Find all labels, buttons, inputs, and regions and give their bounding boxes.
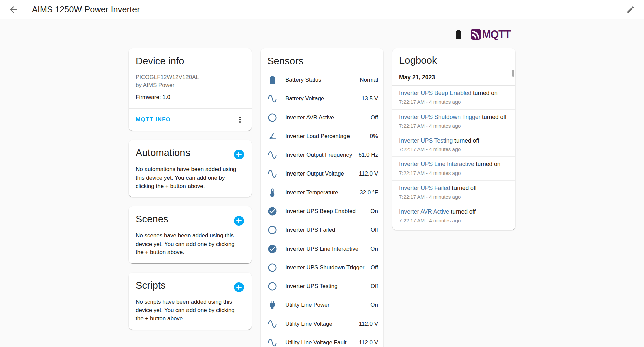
sensor-value: 0% — [370, 133, 378, 140]
logbook-action-text: turned on — [473, 90, 498, 96]
sensor-value: 32.0 °F — [360, 189, 378, 196]
logbook-card: Logbook May 21, 2023 Inverter UPS Beep E… — [392, 48, 515, 230]
logbook-timestamp: 7:22:17 AM - 4 minutes ago — [399, 123, 508, 129]
circle-outline-icon — [267, 263, 277, 273]
scripts-title: Scripts — [136, 280, 166, 291]
pencil-icon — [626, 5, 635, 14]
sensor-row[interactable]: Inverter Load Percentage 0% — [267, 127, 378, 146]
logbook-entry: Inverter UPS Beep Enabled turned on 7:22… — [392, 86, 515, 110]
add-scene-button[interactable] — [233, 215, 245, 227]
sensors-title: Sensors — [267, 56, 378, 67]
logbook-timestamp: 7:22:17 AM - 4 minutes ago — [399, 146, 508, 152]
sensor-value: 112.0 V — [359, 321, 378, 327]
sensor-row[interactable]: Inverter UPS Line Interactive On — [267, 239, 378, 258]
angle-acute-icon — [267, 131, 277, 141]
sensor-row[interactable]: Inverter AVR Active Off — [267, 108, 378, 127]
sensor-row[interactable]: Inverter Output Voltage 112.0 V — [267, 164, 378, 183]
mqtt-wordmark: MQTT — [482, 28, 511, 41]
sine-wave-icon — [267, 169, 277, 179]
check-circle-icon — [267, 206, 277, 216]
logbook-entry: Inverter UPS Line Interactive turned on … — [392, 157, 515, 181]
device-model: PICOGLF12W12V120AL — [136, 73, 245, 81]
sensor-label: Inverter Load Percentage — [285, 133, 367, 140]
logbook-entries: Inverter UPS Beep Enabled turned on 7:22… — [392, 86, 515, 228]
logbook-scrollbar-thumb[interactable] — [512, 70, 514, 77]
sensor-value: 112.0 V — [359, 339, 378, 346]
scripts-card: Scripts No scripts have been added using… — [129, 273, 252, 330]
circle-outline-icon — [267, 225, 277, 235]
sensor-value: 13.5 V — [362, 95, 378, 102]
sensor-row[interactable]: Utility Line Voltage Fault 112.0 V — [267, 333, 378, 347]
check-circle-icon — [267, 244, 277, 254]
edit-device-button[interactable] — [625, 4, 637, 16]
logbook-action-text: turned off — [482, 114, 507, 120]
logbook-entity-link[interactable]: Inverter UPS Beep Enabled — [399, 90, 471, 96]
mqtt-info-button[interactable]: MQTT INFO — [136, 116, 171, 123]
power-plug-icon — [267, 300, 277, 310]
device-menu-button[interactable] — [233, 113, 247, 126]
logbook-entity-link[interactable]: Inverter AVR Active — [399, 208, 449, 215]
thermometer-icon — [267, 188, 277, 198]
logbook-timestamp: 7:22:17 AM - 4 minutes ago — [399, 99, 508, 105]
sensor-row[interactable]: Utility Line Power On — [267, 296, 378, 315]
logbook-timestamp: 7:22:17 AM - 4 minutes ago — [399, 170, 508, 176]
sine-wave-icon — [267, 319, 277, 329]
add-script-button[interactable] — [233, 281, 245, 293]
sensors-card: Sensors Battery Status Normal Battery Vo… — [261, 48, 383, 347]
sensor-value: 112.0 V — [359, 170, 378, 177]
sensor-label: Inverter UPS Line Interactive — [285, 246, 368, 252]
add-automation-button[interactable] — [233, 148, 245, 160]
sensor-value: On — [370, 302, 378, 308]
device-info-title: Device info — [136, 56, 245, 67]
logbook-entity-link[interactable]: Inverter UPS Line Interactive — [399, 161, 474, 167]
automations-card: Automations No automations have been add… — [129, 140, 252, 197]
sensor-row[interactable]: Inverter UPS Failed Off — [267, 221, 378, 239]
automations-title: Automations — [136, 147, 190, 158]
sensor-label: Inverter AVR Active — [285, 114, 368, 121]
mqtt-logo: MQTT — [471, 28, 511, 41]
sensor-row[interactable]: Inverter Output Frequency 61.0 Hz — [267, 146, 378, 164]
device-firmware: Firmware: 1.0 — [136, 94, 245, 101]
sensor-value: Off — [371, 283, 378, 290]
device-page-content: MQTT Device info PICOGLF12W12V120AL by A… — [129, 19, 515, 347]
sensor-label: Inverter Output Frequency — [285, 152, 356, 158]
logbook-title: Logbook — [399, 55, 508, 66]
sensor-row[interactable]: Inverter UPS Shutdown Trigger Off — [267, 258, 378, 277]
logbook-action-text: turned off — [451, 208, 476, 215]
battery-icon — [267, 75, 277, 85]
sensor-row[interactable]: Utility Line Voltage 112.0 V — [267, 315, 378, 333]
logbook-entity-link[interactable]: Inverter UPS Shutdown Trigger — [399, 114, 480, 120]
plus-circle-icon — [233, 281, 245, 293]
logbook-timestamp: 7:22:17 AM - 4 minutes ago — [399, 218, 508, 223]
sensor-row[interactable]: Battery Voltage 13.5 V — [267, 89, 378, 108]
sensor-row[interactable]: Inverter UPS Testing Off — [267, 277, 378, 296]
sensor-label: Battery Status — [285, 77, 357, 83]
logbook-entry: Inverter UPS Testing turned off 7:22:17 … — [392, 133, 515, 157]
plus-circle-icon — [233, 149, 245, 160]
scenes-card: Scenes No scenes have been added using t… — [129, 206, 252, 263]
sensor-value: On — [370, 208, 378, 215]
sensor-value: Normal — [360, 77, 378, 83]
scripts-empty-text: No scripts have been added using this de… — [136, 298, 245, 323]
circle-outline-icon — [267, 113, 277, 123]
logbook-entry: Inverter AVR Active turned off 7:22:17 A… — [392, 204, 515, 228]
scenes-empty-text: No scenes have been added using this dev… — [136, 232, 245, 257]
logbook-entry: Inverter UPS Failed turned off 7:22:17 A… — [392, 181, 515, 204]
sensor-label: Inverter UPS Shutdown Trigger — [285, 264, 368, 271]
sensor-value: Off — [371, 114, 378, 121]
back-button[interactable] — [7, 4, 19, 16]
automations-empty-text: No automations have been added using thi… — [136, 165, 245, 190]
sensor-row[interactable]: Battery Status Normal — [267, 71, 378, 89]
sensor-value: On — [370, 246, 378, 252]
logbook-date-header: May 21, 2023 — [399, 74, 508, 81]
scenes-title: Scenes — [136, 214, 168, 225]
sensor-label: Utility Line Voltage — [285, 321, 356, 327]
sensor-label: Inverter UPS Failed — [285, 227, 368, 233]
logbook-entity-link[interactable]: Inverter UPS Testing — [399, 137, 453, 144]
circle-outline-icon — [267, 281, 277, 291]
sensor-row[interactable]: Inverter UPS Beep Enabled On — [267, 202, 378, 221]
sensor-list: Battery Status Normal Battery Voltage 13… — [267, 71, 378, 347]
sensor-value: Off — [371, 264, 378, 271]
sensor-row[interactable]: Inverter Temperature 32.0 °F — [267, 183, 378, 202]
logbook-entity-link[interactable]: Inverter UPS Failed — [399, 185, 450, 191]
